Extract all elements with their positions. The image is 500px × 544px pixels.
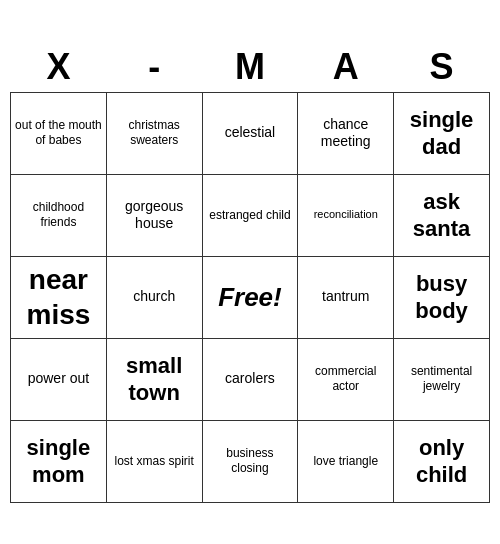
bingo-cell: Free!	[202, 256, 298, 338]
bingo-cell: single dad	[394, 92, 490, 174]
bingo-cell: ask santa	[394, 174, 490, 256]
bingo-cell: gorgeous house	[106, 174, 202, 256]
header-letter: -	[106, 42, 202, 93]
header-letter: A	[298, 42, 394, 93]
bingo-cell: reconciliation	[298, 174, 394, 256]
header-row: X-MAS	[11, 42, 490, 93]
bingo-cell: only child	[394, 420, 490, 502]
bingo-cell: single mom	[11, 420, 107, 502]
header-letter: M	[202, 42, 298, 93]
bingo-cell: near miss	[11, 256, 107, 338]
table-row: single momlost xmas spiritbusiness closi…	[11, 420, 490, 502]
bingo-cell: celestial	[202, 92, 298, 174]
bingo-cell: out of the mouth of babes	[11, 92, 107, 174]
bingo-cell: childhood friends	[11, 174, 107, 256]
bingo-cell: small town	[106, 338, 202, 420]
header-letter: S	[394, 42, 490, 93]
table-row: power outsmall towncarolerscommercial ac…	[11, 338, 490, 420]
bingo-cell: commercial actor	[298, 338, 394, 420]
table-row: out of the mouth of babeschristmas sweat…	[11, 92, 490, 174]
bingo-cell: estranged child	[202, 174, 298, 256]
bingo-cell: power out	[11, 338, 107, 420]
table-row: near misschurchFree!tantrumbusy body	[11, 256, 490, 338]
bingo-cell: sentimental jewelry	[394, 338, 490, 420]
bingo-cell: business closing	[202, 420, 298, 502]
bingo-cell: love triangle	[298, 420, 394, 502]
bingo-cell: christmas sweaters	[106, 92, 202, 174]
bingo-cell: tantrum	[298, 256, 394, 338]
bingo-cell: church	[106, 256, 202, 338]
table-row: childhood friendsgorgeous houseestranged…	[11, 174, 490, 256]
header-letter: X	[11, 42, 107, 93]
bingo-cell: busy body	[394, 256, 490, 338]
bingo-cell: chance meeting	[298, 92, 394, 174]
bingo-cell: lost xmas spirit	[106, 420, 202, 502]
bingo-cell: carolers	[202, 338, 298, 420]
